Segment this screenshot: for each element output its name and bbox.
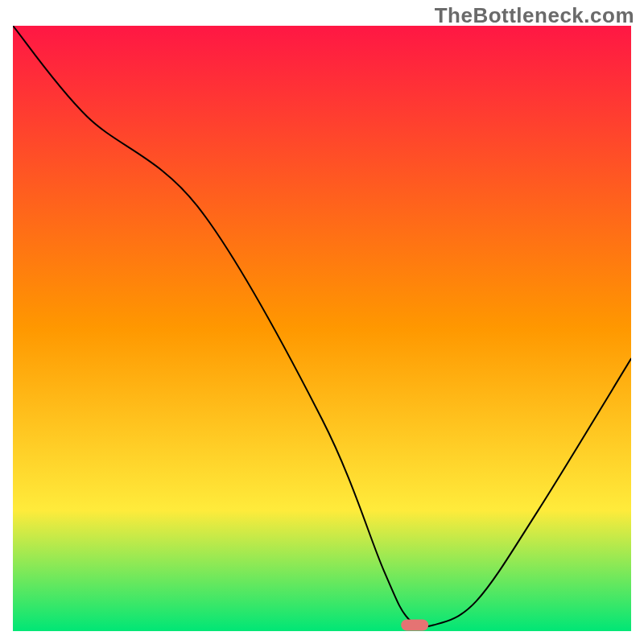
bottleneck-chart bbox=[13, 26, 631, 631]
chart-stage: TheBottleneck.com bbox=[0, 0, 644, 644]
optimum-marker-pill bbox=[401, 619, 428, 630]
optimum-marker bbox=[401, 619, 428, 630]
watermark-text: TheBottleneck.com bbox=[435, 3, 634, 28]
heat-background bbox=[13, 26, 631, 631]
chart-svg bbox=[13, 26, 631, 631]
